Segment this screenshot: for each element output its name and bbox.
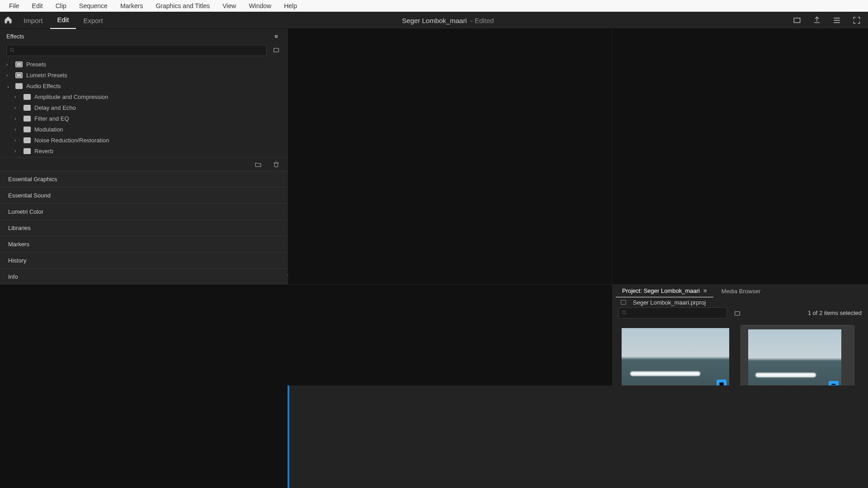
svg-rect-16 — [621, 300, 626, 304]
project-bin[interactable]: DJI_05963:46 — [741, 325, 854, 385]
delete-icon[interactable] — [271, 160, 281, 169]
tab-project-label: Project: Seger Lombok_maari — [622, 287, 700, 294]
svg-rect-20 — [831, 384, 835, 385]
effects-node[interactable]: ›Amplitude and Compression — [0, 91, 288, 102]
menu-edit[interactable]: Edit — [26, 0, 49, 11]
effects-node[interactable]: ›Modulation — [0, 124, 288, 135]
project-bin[interactable]: DJI_0596.MP43:46 — [618, 325, 732, 385]
menu-clip[interactable]: Clip — [49, 0, 73, 11]
svg-rect-0 — [794, 18, 800, 23]
quick-export-icon[interactable] — [792, 15, 802, 25]
collapsed-panel[interactable]: Lumetri Color — [0, 203, 288, 220]
new-folder-icon[interactable] — [253, 160, 263, 169]
svg-point-17 — [622, 310, 625, 314]
new-bin-icon[interactable] — [271, 45, 281, 55]
effects-node[interactable]: ›Filter and EQ — [0, 113, 288, 124]
collapsed-panel[interactable]: History — [0, 252, 288, 268]
project-bins: DJI_0596.MP43:46DJI_05963:46 — [612, 319, 868, 385]
new-bin-button[interactable] — [732, 308, 742, 318]
collapsed-panels: Essential GraphicsEssential SoundLumetri… — [0, 171, 288, 285]
selection-tool[interactable] — [288, 401, 289, 413]
project-title: Seger Lombok_maari - Edited — [110, 17, 786, 24]
slip-tool[interactable] — [288, 474, 289, 485]
workspace-bar: Import Edit Export Seger Lombok_maari - … — [0, 12, 868, 29]
project-icon — [618, 297, 628, 307]
effects-node[interactable]: ›Reverb — [0, 145, 288, 156]
menu-graphics[interactable]: Graphics and Titles — [149, 0, 216, 11]
collapsed-panel[interactable]: Essential Sound — [0, 187, 288, 203]
effects-node[interactable]: ⌄Audio Effects — [0, 80, 288, 91]
workspace-menu-icon[interactable] — [832, 15, 842, 25]
timeline-panel: × DJI_0596≡ 00:00:01:27 — [288, 385, 289, 488]
menu-help[interactable]: Help — [278, 0, 303, 11]
effects-tree: ›Presets›Lumetri Presets⌄Audio Effects›A… — [0, 57, 288, 157]
svg-rect-15 — [274, 48, 279, 52]
project-suffix: - Edited — [471, 17, 494, 24]
sequence-icon — [829, 381, 839, 385]
project-search[interactable] — [618, 307, 727, 319]
workspace-edit[interactable]: Edit — [50, 12, 76, 29]
panel-menu-icon[interactable]: ≡ — [271, 31, 281, 41]
tab-project[interactable]: Project: Seger Lombok_maari≡ — [616, 285, 713, 297]
selection-count: 1 of 2 items selected — [808, 310, 862, 316]
effects-node[interactable]: ›Delay and Echo — [0, 102, 288, 113]
menu-sequence[interactable]: Sequence — [73, 0, 114, 11]
effects-node[interactable]: ›Lumetri Presets — [0, 70, 288, 80]
collapsed-panel[interactable]: Markers — [0, 236, 288, 252]
collapsed-panel[interactable]: Info — [0, 268, 288, 285]
effects-title: Effects — [6, 33, 24, 40]
menu-file[interactable]: File — [3, 0, 26, 11]
svg-rect-19 — [719, 383, 723, 386]
track-select-tool[interactable] — [288, 419, 289, 431]
effects-node[interactable]: ›Presets — [0, 59, 288, 70]
effects-search[interactable] — [6, 45, 267, 56]
effects-panel: Effects ≡ ›Presets›Lumetri Presets⌄Audio… — [0, 29, 288, 285]
clip-icon — [717, 380, 726, 385]
razor-tool[interactable] — [288, 455, 289, 467]
collapsed-panel[interactable]: Libraries — [0, 220, 288, 236]
menu-view[interactable]: View — [216, 0, 242, 11]
timeline-tools — [288, 399, 289, 488]
svg-point-14 — [10, 48, 13, 51]
project-filename: Seger Lombok_maari.prproj — [633, 299, 706, 306]
workspace-import[interactable]: Import — [16, 17, 50, 24]
share-icon[interactable] — [812, 15, 822, 25]
workspace-export[interactable]: Export — [76, 17, 110, 24]
collapsed-panel[interactable]: Essential Graphics — [0, 171, 288, 187]
tab-media-browser[interactable]: Media Browser — [715, 285, 767, 297]
effects-node[interactable]: ›Noise Reduction/Restoration — [0, 135, 288, 145]
svg-rect-18 — [735, 311, 740, 315]
fullscreen-icon[interactable] — [852, 15, 862, 25]
ripple-edit-tool[interactable] — [288, 437, 289, 449]
project-name: Seger Lombok_maari — [402, 17, 467, 24]
project-panel: Project: Seger Lombok_maari≡ Media Brows… — [612, 285, 868, 385]
menu-window[interactable]: Window — [242, 0, 278, 11]
home-icon[interactable] — [0, 15, 16, 26]
menubar: File Edit Clip Sequence Markers Graphics… — [0, 0, 868, 12]
menu-markers[interactable]: Markers — [114, 0, 150, 11]
tab-menu-icon[interactable]: ≡ — [703, 287, 707, 294]
